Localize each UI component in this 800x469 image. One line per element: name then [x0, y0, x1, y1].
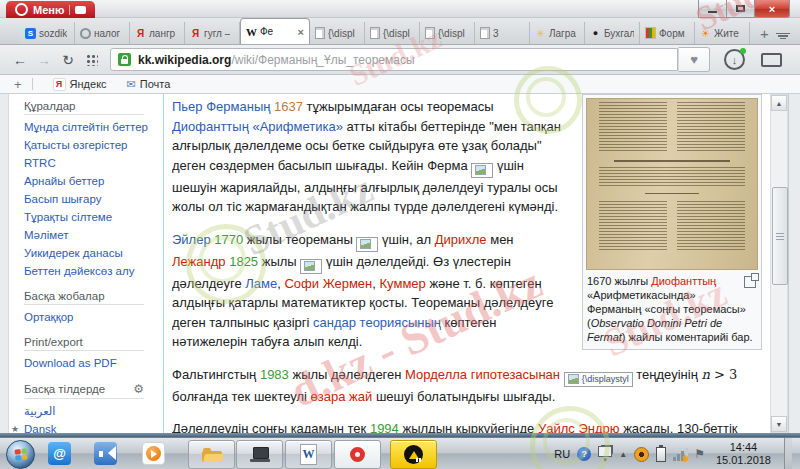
window-switcher-tray-icon[interactable]: ▼	[598, 446, 612, 463]
sidebar-link[interactable]: Басып шығару	[24, 190, 162, 208]
year-link[interactable]: 1983	[260, 367, 289, 382]
sidebar-link[interactable]: Мәлімет	[24, 226, 162, 244]
tab-close-icon[interactable]: ×	[298, 26, 304, 38]
browser-tab[interactable]: {\displ	[310, 22, 365, 44]
show-desktop-button[interactable]	[784, 438, 792, 469]
taskbar-clock[interactable]: 14:44 15.01.2018	[712, 441, 775, 467]
opera-menu-button[interactable]: Меню	[6, 1, 95, 18]
scroll-down-arrow[interactable]: ▼	[771, 416, 787, 432]
media-player-icon[interactable]	[142, 442, 165, 465]
start-button[interactable]	[6, 440, 35, 469]
envelope-icon: ✉	[127, 78, 136, 91]
bookmark-mail[interactable]: ✉ Почта	[117, 78, 181, 91]
back-button[interactable]: ←	[8, 49, 32, 71]
antivirus-tray-icon[interactable]	[634, 447, 649, 462]
volume-icon[interactable]	[94, 442, 117, 465]
new-tab-button[interactable]: +	[750, 22, 779, 44]
wiki-link[interactable]: Диофанттың	[172, 119, 249, 134]
maximize-button[interactable]	[726, 0, 755, 18]
formula-image-placeholder[interactable]	[356, 237, 378, 252]
browser-tab[interactable]: ☀Жите	[695, 22, 750, 44]
year-link[interactable]: 1770	[214, 232, 243, 247]
mailru-agent-icon[interactable]: @	[48, 442, 71, 465]
sidebar-link[interactable]: Ортаққор	[24, 308, 162, 326]
browser-tab[interactable]: {\displ	[420, 22, 475, 44]
browser-tab[interactable]: {\displ	[365, 22, 420, 44]
wiki-redlink[interactable]: Софи Жермен	[284, 276, 372, 291]
browser-tab[interactable]: 3	[475, 22, 530, 44]
sidebar-link[interactable]: Уикидерек данасы	[24, 244, 162, 262]
browser-tab[interactable]: Форм	[640, 22, 695, 44]
wiki-redlink[interactable]: Лежандр	[172, 254, 226, 269]
bookmark-yandex[interactable]: Я Яндекс	[43, 78, 117, 91]
word-taskbar-button[interactable]: W	[285, 440, 332, 469]
year-link[interactable]: 1994	[370, 421, 399, 433]
help-tray-icon[interactable]: ?	[577, 447, 591, 461]
tab-title: {\displ	[438, 28, 465, 39]
browser-tab[interactable]: Ssozdik	[20, 22, 75, 44]
speed-dial-button[interactable]	[80, 49, 104, 71]
sidebar-link[interactable]: Арнайы беттер	[24, 172, 162, 190]
wiki-redlink[interactable]: Морделла гипотезасынан	[405, 367, 560, 382]
wiki-redlink[interactable]: Куммер	[380, 276, 426, 291]
browser-tab[interactable]: Ялангр	[130, 22, 185, 44]
word-document-icon: W	[300, 444, 317, 465]
bookmark-heart-button[interactable]: ♥	[678, 47, 710, 72]
sidebar-link[interactable]: Беттен дәйексөз алу	[24, 262, 162, 280]
wiki-redlink[interactable]: Уайлс Эндрю	[538, 421, 620, 433]
formula-image-placeholder[interactable]	[471, 163, 493, 178]
scrollbar-thumb[interactable]	[772, 187, 788, 285]
formula-image-placeholder[interactable]	[300, 259, 322, 274]
browser-tab[interactable]: налог	[75, 22, 130, 44]
sidebar-link[interactable]: Қатысты өзгерістер	[24, 136, 162, 154]
sidebar-link[interactable]: RTRC	[24, 154, 162, 172]
year-link[interactable]: 1825	[229, 254, 258, 269]
body-text: ,	[372, 276, 379, 291]
explorer-taskbar-button[interactable]	[188, 440, 235, 469]
add-bookmark-button[interactable]: +	[0, 77, 32, 92]
sidebar-link[interactable]: ★Dansk	[24, 420, 162, 433]
scroll-up-arrow[interactable]: ▲	[771, 95, 787, 111]
action-center-flag-icon[interactable]: ⚑	[694, 447, 705, 461]
browser-tab[interactable]: WФе×	[240, 18, 310, 44]
bookmarks-bar: + Я Яндекс ✉ Почта	[0, 75, 800, 94]
battery-icon[interactable]	[656, 447, 666, 462]
minimize-button[interactable]	[698, 0, 727, 18]
wiki-redlink[interactable]: өзара жай	[311, 389, 373, 404]
opera-taskbar-button[interactable]	[334, 440, 381, 469]
browser-tab[interactable]: ●Бухгал	[585, 22, 640, 44]
secure-lock-icon[interactable]	[118, 53, 131, 66]
close-button[interactable]: ×	[754, 0, 790, 18]
sidebar-link[interactable]: العربية	[24, 402, 162, 420]
flag-icon	[75, 6, 86, 14]
wiki-link[interactable]: Пьер Ферманың	[172, 99, 270, 114]
wiki-redlink[interactable]: Дирихле	[435, 232, 487, 247]
wiki-link[interactable]: Эйлер	[172, 232, 211, 247]
manuscript-image[interactable]	[586, 98, 758, 270]
sidebar-panel-button[interactable]	[761, 53, 782, 67]
forward-button[interactable]: →	[32, 49, 56, 71]
wiki-link[interactable]: Ламе	[245, 276, 277, 291]
alert-app-taskbar-button[interactable]	[390, 440, 437, 469]
reload-button[interactable]: ↻	[56, 49, 80, 71]
computer-taskbar-button[interactable]	[236, 440, 283, 469]
vertical-scrollbar[interactable]: ▲ ▼	[770, 94, 788, 433]
gear-icon[interactable]: ⚙	[133, 382, 144, 396]
network-icon[interactable]: ✱	[673, 448, 687, 461]
tab-menu-icon[interactable]	[776, 33, 790, 40]
wiki-link[interactable]: «Арифметика»	[252, 119, 342, 134]
browser-tab[interactable]: Ягугл –	[185, 22, 240, 44]
downloads-button[interactable]: ↓	[724, 49, 745, 70]
sidebar-link[interactable]: Download as PDF	[24, 354, 162, 372]
magnify-icon[interactable]	[744, 276, 756, 288]
language-indicator[interactable]: RU	[554, 448, 570, 460]
browser-tab[interactable]: ✳Лагра	[530, 22, 585, 44]
wiki-link[interactable]: сандар теориясының	[313, 315, 441, 330]
sidebar-link[interactable]: Тұрақты сілтеме	[24, 208, 162, 226]
wiki-redlink[interactable]: Диофанттың	[651, 275, 716, 287]
year-link[interactable]: 1637	[274, 99, 303, 114]
hidden-icons-arrow[interactable]: ▲	[619, 450, 627, 459]
formula-image-placeholder[interactable]: {\displaystyl	[564, 372, 633, 387]
url-field[interactable]: kk.wikipedia.org /wiki/Ферманың_Ұлы_теор…	[110, 48, 678, 71]
sidebar-link[interactable]: Мұнда сілтейтін беттер	[24, 118, 162, 136]
